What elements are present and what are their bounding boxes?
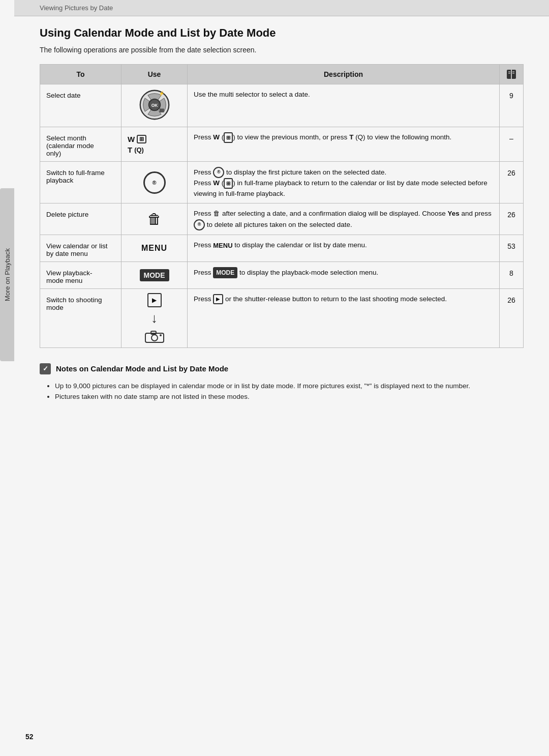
row-use-playback-menu: MODE xyxy=(121,261,188,288)
row-page-delete: 26 xyxy=(500,203,524,235)
book-icon xyxy=(506,69,517,80)
wide-icon: ⊞ xyxy=(137,135,146,143)
camera-icon xyxy=(144,329,165,343)
row-page-shooting: 26 xyxy=(500,288,524,347)
col-header-page xyxy=(500,65,524,84)
menu-text-icon: MENU xyxy=(141,244,167,252)
row-page-playback-menu: 8 xyxy=(500,261,524,288)
row-to-shooting: Switch to shootingmode xyxy=(40,288,121,347)
w-btn-desc: ⊞ xyxy=(224,178,233,189)
section-header-text: Viewing Pictures by Date xyxy=(40,4,113,12)
table-row: Select month(calendar modeonly) W ⊞ T (Q… xyxy=(40,127,524,162)
row-desc-shooting: Press ▶ or the shutter-release button to… xyxy=(188,288,500,347)
row-use-shooting: ▶ ↓ xyxy=(121,288,188,347)
col-header-use: Use xyxy=(121,65,188,84)
row-page-fullframe: 26 xyxy=(500,162,524,203)
row-page-select-date: 9 xyxy=(500,84,524,127)
intro-text: The following operations are possible fr… xyxy=(40,46,524,54)
notes-list: Up to 9,000 pictures can be displayed in… xyxy=(40,381,524,402)
playback-button-icon: ▶ xyxy=(147,293,162,307)
mode-button-icon: MODE xyxy=(140,269,169,281)
svg-text:⚡: ⚡ xyxy=(158,91,164,97)
row-desc-delete: Press 🗑 after selecting a date, and a co… xyxy=(188,203,500,235)
row-to-select-month: Select month(calendar modeonly) xyxy=(40,127,121,162)
play-btn-inline: ▶ xyxy=(213,294,223,304)
page-number: 52 xyxy=(25,733,34,741)
tele-icon: (Q) xyxy=(134,146,144,154)
table-row: Switch to full-frameplayback ® Press ® t… xyxy=(40,162,524,203)
col-header-description: Description xyxy=(188,65,500,84)
row-desc-fullframe: Press ® to display the first picture tak… xyxy=(188,162,500,203)
notes-section: ✓ Notes on Calendar Mode and List by Dat… xyxy=(40,363,524,402)
svg-text:OK: OK xyxy=(151,103,158,108)
svg-point-14 xyxy=(160,334,162,336)
table-row: View calendar or listby date menu MENU P… xyxy=(40,235,524,261)
row-to-select-date: Select date xyxy=(40,84,121,127)
side-tab-label: More on Playback xyxy=(4,248,11,301)
menu-btn-inline: MENU xyxy=(213,241,232,249)
table-row: Select date xyxy=(40,84,524,127)
w-btn-inline: ⊞ xyxy=(224,132,233,143)
trash-icon: 🗑 xyxy=(128,211,181,227)
reference-table: To Use Description xyxy=(40,64,524,348)
ok-btn-desc2: ® xyxy=(194,219,205,230)
row-to-delete: Delete picture xyxy=(40,203,121,235)
multi-selector-icon: OK ⚡ xyxy=(138,89,171,121)
wt-buttons-icon: W ⊞ T (Q) xyxy=(128,135,181,154)
row-use-delete: 🗑 xyxy=(121,203,188,235)
row-use-calendar-menu: MENU xyxy=(121,235,188,261)
mode-btn-inline: MODE xyxy=(213,267,237,278)
arrow-down-icon: ↓ xyxy=(151,310,158,326)
notes-header: ✓ Notes on Calendar Mode and List by Dat… xyxy=(40,363,524,374)
svg-rect-10 xyxy=(159,109,164,113)
row-use-fullframe: ® xyxy=(121,162,188,203)
row-desc-select-month: Press W (⊞) to view the previous month, … xyxy=(188,127,500,162)
row-use-select-date: OK ⚡ xyxy=(121,84,188,127)
notes-icon: ✓ xyxy=(40,363,51,374)
table-row: View playback-mode menu MODE Press MODE … xyxy=(40,261,524,288)
col-header-to: To xyxy=(40,65,121,84)
row-desc-select-date: Use the multi selector to select a date. xyxy=(188,84,500,127)
row-page-calendar-menu: 53 xyxy=(500,235,524,261)
row-to-fullframe: Switch to full-frameplayback xyxy=(40,162,121,203)
page-title: Using Calendar Mode and List by Date Mod… xyxy=(40,26,524,40)
row-use-select-month: W ⊞ T (Q) xyxy=(121,127,188,162)
section-header: Viewing Pictures by Date xyxy=(14,0,549,16)
notes-title: Notes on Calendar Mode and List by Date … xyxy=(56,364,228,373)
row-page-select-month: – xyxy=(500,127,524,162)
list-item: Pictures taken with no date stamp are no… xyxy=(55,391,524,402)
svg-point-12 xyxy=(151,335,158,341)
row-to-calendar-menu: View calendar or listby date menu xyxy=(40,235,121,261)
row-desc-playback-menu: Press MODE to display the playback-mode … xyxy=(188,261,500,288)
table-row: Delete picture 🗑 Press 🗑 after selecting… xyxy=(40,203,524,235)
ok-btn-desc: ® xyxy=(213,167,224,178)
side-tab: More on Playback xyxy=(0,188,14,361)
ok-button-icon: ® xyxy=(143,171,166,194)
table-row: Switch to shootingmode ▶ ↓ xyxy=(40,288,524,347)
shoot-icons-group: ▶ ↓ xyxy=(128,293,181,343)
row-desc-calendar-menu: Press MENU to display the calendar or li… xyxy=(188,235,500,261)
list-item: Up to 9,000 pictures can be displayed in… xyxy=(55,381,524,392)
row-to-playback-menu: View playback-mode menu xyxy=(40,261,121,288)
